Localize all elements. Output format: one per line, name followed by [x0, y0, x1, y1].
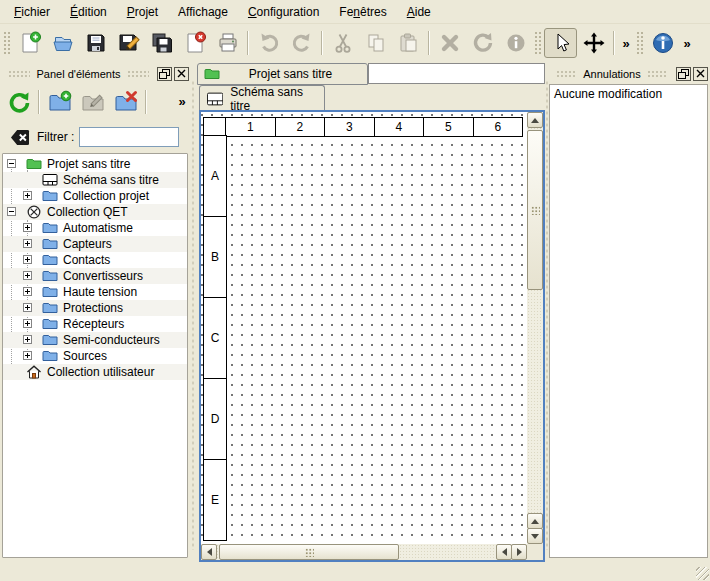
menu-affichage[interactable]: Affichage	[168, 2, 238, 22]
menu-configuration[interactable]: Configuration	[238, 2, 329, 22]
reload-collections-button[interactable]	[2, 87, 35, 117]
elements-panel-titlebar[interactable]: Panel d'éléments	[2, 64, 189, 83]
new-category-button[interactable]	[43, 87, 76, 117]
close-document-button[interactable]	[178, 28, 211, 58]
toolbar-drag-handle[interactable]	[636, 31, 644, 55]
vertical-scroll-thumb[interactable]	[527, 130, 543, 290]
menu-fichier[interactable]: Fichier	[4, 2, 60, 22]
panel-toolbar-overflow-button[interactable]: »	[174, 94, 190, 109]
cursor-arrow-icon	[549, 31, 573, 55]
print-button[interactable]	[211, 28, 244, 58]
open-document-button[interactable]	[46, 28, 79, 58]
undo-list-item[interactable]: Aucune modification	[550, 85, 707, 103]
tree-item-sources[interactable]: Sources	[3, 348, 187, 364]
float-panel-button[interactable]	[157, 67, 172, 81]
menu-fenetres[interactable]: Fenêtres	[329, 2, 396, 22]
collapse-expander[interactable]	[7, 207, 16, 216]
schema-view[interactable]: 1 2 3 4 5 6 A B C D E	[199, 110, 545, 562]
scroll-down-button[interactable]	[527, 528, 543, 544]
expand-expander[interactable]	[23, 335, 32, 344]
save-all-icon	[150, 31, 174, 55]
new-document-button[interactable]	[13, 28, 46, 58]
menu-aide[interactable]: Aide	[397, 2, 441, 22]
tree-item-recepteurs[interactable]: Récepteurs	[3, 316, 187, 332]
save-button[interactable]	[79, 28, 112, 58]
toolbar-drag-handle[interactable]	[3, 31, 11, 55]
cut-button[interactable]	[326, 28, 359, 58]
tree-item-schema[interactable]: Schéma sans titre	[3, 172, 187, 188]
left-dock-splitter[interactable]	[191, 80, 195, 550]
float-panel-button[interactable]	[676, 67, 691, 81]
save-as-button[interactable]	[112, 28, 145, 58]
tree-item-contacts[interactable]: Contacts	[3, 252, 187, 268]
pan-tool-button[interactable]	[577, 28, 610, 58]
about-qet-button[interactable]	[646, 28, 679, 58]
schema-tab-label: Schéma sans titre	[230, 85, 317, 113]
expand-expander[interactable]	[23, 319, 32, 328]
scrollbar-corner	[527, 544, 543, 560]
clear-filter-icon[interactable]	[9, 128, 31, 147]
tree-item-protections[interactable]: Protections	[3, 300, 187, 316]
expand-expander[interactable]	[23, 271, 32, 280]
edit-category-button[interactable]	[76, 87, 109, 117]
horizontal-scroll-thumb[interactable]	[219, 544, 399, 560]
filter-input[interactable]	[79, 127, 179, 147]
tree-item-capteurs[interactable]: Capteurs	[3, 236, 187, 252]
menu-edition[interactable]: Édition	[60, 2, 117, 22]
undo-button[interactable]	[252, 28, 285, 58]
project-folder-green-icon	[204, 66, 220, 82]
float-icon	[159, 69, 170, 79]
resize-grip[interactable]	[696, 567, 709, 580]
save-all-button[interactable]	[145, 28, 178, 58]
expand-expander[interactable]	[23, 287, 32, 296]
copy-button[interactable]	[359, 28, 392, 58]
collapse-expander[interactable]	[7, 159, 16, 168]
scroll-up-button[interactable]	[527, 112, 543, 128]
rotate-button[interactable]	[466, 28, 499, 58]
tree-item-automatisme[interactable]: Automatisme	[3, 220, 187, 236]
expand-expander[interactable]	[23, 351, 32, 360]
paste-button[interactable]	[392, 28, 425, 58]
expand-expander[interactable]	[23, 255, 32, 264]
redo-button[interactable]	[285, 28, 318, 58]
toolbar-overflow-button[interactable]: »	[618, 36, 634, 51]
element-info-button[interactable]	[499, 28, 532, 58]
tree-item-projet[interactable]: Projet sans titre	[3, 156, 187, 172]
tree-item-semi-conducteurs[interactable]: Semi-conducteurs	[3, 332, 187, 348]
tree-item-collection-projet[interactable]: Collection projet	[3, 188, 187, 204]
tree-item-collection-utilisateur[interactable]: Collection utilisateur	[3, 364, 187, 380]
toolbar-overflow-button[interactable]: »	[679, 36, 695, 51]
schema-tab[interactable]: Schéma sans titre	[199, 85, 325, 111]
elements-tree[interactable]: Projet sans titre Schéma sans titre Coll…	[2, 153, 188, 558]
scroll-right-button[interactable]	[511, 544, 527, 560]
tree-item-collection-qet[interactable]: Collection QET	[3, 204, 187, 220]
schema-canvas[interactable]: 1 2 3 4 5 6 A B C D E	[201, 112, 527, 544]
horizontal-scrollbar[interactable]	[201, 544, 527, 560]
redo-icon	[290, 31, 314, 55]
expand-expander[interactable]	[23, 239, 32, 248]
tree-item-haute-tension[interactable]: Haute tension	[3, 284, 187, 300]
folder-blue-icon	[42, 252, 58, 268]
scroll-left-button[interactable]	[496, 544, 512, 560]
toolbar-drag-handle[interactable]	[534, 31, 542, 55]
expand-expander[interactable]	[23, 303, 32, 312]
undo-panel-titlebar[interactable]: Annulations	[550, 64, 708, 83]
tree-item-convertisseurs[interactable]: Convertisseurs	[3, 268, 187, 284]
expand-expander[interactable]	[23, 191, 32, 200]
menu-projet[interactable]: Projet	[117, 2, 168, 22]
print-icon	[216, 31, 240, 55]
close-panel-button[interactable]	[693, 67, 708, 81]
grid-column-headers: 1 2 3 4 5 6	[226, 117, 523, 137]
project-tab[interactable]: Projet sans titre	[197, 63, 368, 85]
close-panel-button[interactable]	[174, 67, 189, 81]
column-header: 1	[225, 117, 276, 137]
delete-button[interactable]	[433, 28, 466, 58]
expand-expander[interactable]	[23, 223, 32, 232]
scroll-up-button[interactable]	[527, 513, 543, 529]
float-icon	[678, 69, 689, 79]
delete-category-button[interactable]	[109, 87, 142, 117]
select-tool-button[interactable]	[544, 28, 577, 58]
undo-history-list[interactable]: Aucune modification	[549, 84, 708, 558]
scroll-left-button[interactable]	[201, 544, 217, 560]
vertical-scrollbar[interactable]	[527, 112, 543, 544]
